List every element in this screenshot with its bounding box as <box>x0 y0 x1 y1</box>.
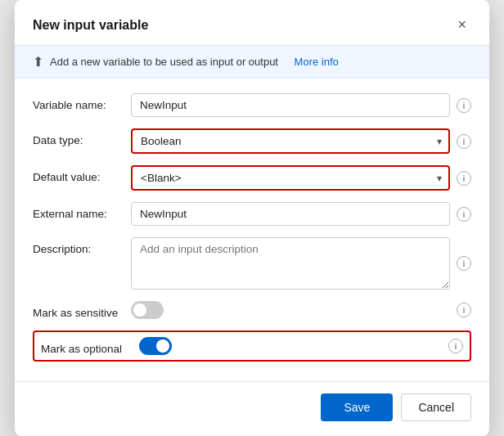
mark-optional-toggle[interactable] <box>139 337 172 355</box>
description-info-icon: i <box>457 256 471 271</box>
upload-icon: ⬆ <box>33 54 43 70</box>
close-button[interactable]: × <box>452 15 471 35</box>
default-value-control: <Blank> True False ▾ i <box>131 165 471 191</box>
variable-name-input[interactable] <box>131 93 450 117</box>
mark-sensitive-toggle-wrap <box>131 301 164 319</box>
dialog-header: New input variable × <box>15 0 489 46</box>
data-type-row: Data type: Boolean Text Number Date List… <box>33 128 471 154</box>
data-type-info-icon: i <box>457 134 471 149</box>
data-type-label: Data type: <box>33 128 131 146</box>
variable-name-info-icon: i <box>457 98 471 113</box>
mark-optional-label: Mark as optional <box>41 337 139 355</box>
mark-sensitive-toggle[interactable] <box>131 301 164 319</box>
mark-optional-control: i <box>139 337 463 355</box>
save-button[interactable]: Save <box>321 393 393 421</box>
external-name-row: External name: i <box>33 202 471 226</box>
external-name-control: i <box>131 202 471 226</box>
mark-optional-slider <box>139 337 172 355</box>
dialog-title: New input variable <box>33 18 148 33</box>
mark-optional-info-icon: i <box>448 339 463 353</box>
description-textarea[interactable] <box>131 237 450 290</box>
default-value-select-wrap: <Blank> True False ▾ <box>131 165 450 191</box>
description-row: Description: i <box>33 237 471 290</box>
mark-optional-row: Mark as optional i <box>41 337 463 355</box>
default-value-label: Default value: <box>33 165 131 183</box>
description-control: i <box>131 237 471 290</box>
variable-name-row: Variable name: i <box>33 93 471 117</box>
external-name-input[interactable] <box>131 202 450 226</box>
mark-sensitive-control: i <box>131 301 471 319</box>
data-type-select[interactable]: Boolean Text Number Date List <box>131 128 450 154</box>
cancel-button[interactable]: Cancel <box>401 393 471 421</box>
external-name-info-icon: i <box>457 207 471 222</box>
external-name-label: External name: <box>33 202 131 220</box>
form-body: Variable name: i Data type: Boolean Text… <box>15 79 489 381</box>
default-value-info-icon: i <box>457 171 471 186</box>
new-input-variable-dialog: New input variable × ⬆ Add a new variabl… <box>15 0 489 436</box>
default-value-select[interactable]: <Blank> True False <box>131 165 450 191</box>
data-type-control: Boolean Text Number Date List ▾ i <box>131 128 471 154</box>
data-type-select-wrap: Boolean Text Number Date List ▾ <box>131 128 450 154</box>
mark-optional-toggle-wrap <box>139 337 172 355</box>
variable-name-label: Variable name: <box>33 93 131 111</box>
description-label: Description: <box>33 237 131 255</box>
mark-sensitive-info-icon: i <box>457 303 471 317</box>
banner-text: Add a new variable to be used as input o… <box>50 56 278 68</box>
more-info-link[interactable]: More info <box>295 56 339 68</box>
mark-sensitive-row: Mark as sensitive i <box>33 301 471 319</box>
variable-name-control: i <box>131 93 471 117</box>
info-banner: ⬆ Add a new variable to be used as input… <box>15 46 489 79</box>
mark-sensitive-label: Mark as sensitive <box>33 301 131 319</box>
default-value-row: Default value: <Blank> True False ▾ i <box>33 165 471 191</box>
dialog-footer: Save Cancel <box>15 381 489 436</box>
mark-sensitive-slider <box>131 301 164 319</box>
mark-optional-highlight: Mark as optional i <box>33 330 471 362</box>
